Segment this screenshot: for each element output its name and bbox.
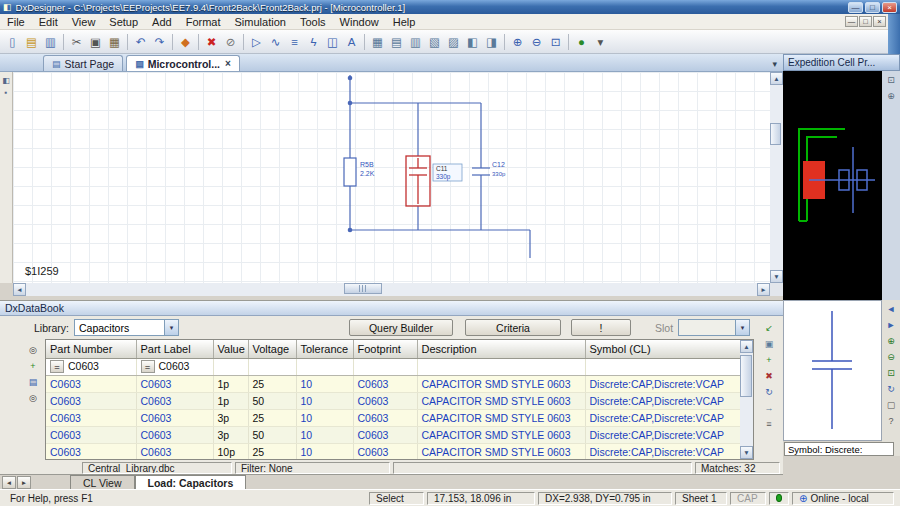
databook-cell[interactable]: C0603	[136, 443, 213, 460]
scrollbar-thumb[interactable]	[344, 283, 382, 294]
databook-cell[interactable]: 1p	[213, 375, 248, 392]
symbol-prev-icon[interactable]: ◄	[884, 302, 898, 316]
mdi-close-button[interactable]: ×	[873, 16, 886, 27]
column-header-part-number[interactable]: Part Number	[46, 340, 136, 358]
databook-cell[interactable]: 10	[296, 375, 353, 392]
menu-edit[interactable]: Edit	[32, 16, 65, 28]
redo-icon[interactable]: ↷	[150, 32, 169, 51]
databook-cell[interactable]: C0603	[136, 375, 213, 392]
menu-simulation[interactable]: Simulation	[228, 16, 293, 28]
databook-cell[interactable]: 10	[296, 409, 353, 426]
databook-cell[interactable]: 25	[248, 443, 296, 460]
align-top-icon[interactable]: ▥	[406, 32, 425, 51]
databook-cell[interactable]: CAPACITOR SMD STYLE 0603	[417, 443, 585, 460]
chevron-down-icon[interactable]: ▾	[164, 320, 178, 335]
find-again-icon[interactable]: ◎	[26, 391, 40, 405]
scrollbar-thumb[interactable]	[740, 355, 752, 397]
scroll-up-icon[interactable]: ▲	[770, 72, 783, 85]
databook-cell[interactable]: CAPACITOR SMD STYLE 0603	[417, 426, 585, 443]
databook-cell[interactable]: 10	[296, 426, 353, 443]
filter-cell[interactable]	[417, 358, 585, 375]
tab-cl-view[interactable]: CL View	[70, 475, 135, 489]
zoom-in-icon[interactable]: ⊕	[508, 32, 527, 51]
filter-cell[interactable]: =C0603	[136, 358, 213, 375]
databook-options-icon[interactable]: ≡	[762, 417, 776, 431]
symbol-fit-icon[interactable]: ⊡	[884, 366, 898, 380]
databook-cell[interactable]: C0603	[46, 426, 136, 443]
column-header-symbol-cl-[interactable]: Symbol (CL)	[585, 340, 740, 358]
scrollbar-track[interactable]	[26, 283, 757, 296]
navigator-tab-icon[interactable]: ◧	[1, 74, 12, 86]
menu-add[interactable]: Add	[145, 16, 179, 28]
scrollbar-thumb[interactable]	[770, 123, 781, 145]
filter-cell[interactable]	[213, 358, 248, 375]
add-wire-icon[interactable]: ∿	[266, 32, 285, 51]
align-left-icon[interactable]: ▤	[387, 32, 406, 51]
databook-cell[interactable]: C0603	[46, 375, 136, 392]
mirror-icon[interactable]: ◧	[463, 32, 482, 51]
databook-cell[interactable]: C0603	[353, 443, 417, 460]
column-header-footprint[interactable]: Footprint	[353, 340, 417, 358]
databook-cell[interactable]: 10p	[213, 443, 248, 460]
menu-window[interactable]: Window	[333, 16, 386, 28]
library-dropdown[interactable]: Capacitors ▾	[74, 319, 179, 336]
databook-cell[interactable]: Discrete:CAP,Discrete:VCAP	[585, 426, 740, 443]
symbol-help-icon[interactable]: ?	[884, 414, 898, 428]
databook-cell[interactable]: C0603	[46, 443, 136, 460]
scroll-down-icon[interactable]: ▼	[770, 270, 783, 283]
databook-cell[interactable]: 3p	[213, 409, 248, 426]
databook-row[interactable]: C0603C06031p5010C0603CAPACITOR SMD STYLE…	[46, 392, 740, 409]
distribute-h-icon[interactable]: ▧	[425, 32, 444, 51]
menu-help[interactable]: Help	[386, 16, 423, 28]
close-icon[interactable]: ×	[225, 58, 231, 69]
menu-view[interactable]: View	[65, 16, 103, 28]
status-sheet[interactable]: Sheet 1	[675, 492, 727, 505]
databook-cell[interactable]: C0603	[136, 392, 213, 409]
place-symbol-icon[interactable]: +	[26, 359, 40, 373]
databook-row[interactable]: C0603C06031p2510C0603CAPACITOR SMD STYLE…	[46, 375, 740, 392]
new-icon[interactable]: ▯	[3, 32, 22, 51]
copy-properties-icon[interactable]: ▣	[762, 337, 776, 351]
rotate-icon[interactable]: ◨	[482, 32, 501, 51]
add-bus-icon[interactable]: ≡	[285, 32, 304, 51]
symbol-preview-canvas[interactable]	[783, 300, 882, 441]
symbol-next-icon[interactable]: ►	[884, 318, 898, 332]
databook-cell[interactable]: 25	[248, 409, 296, 426]
pin-icon[interactable]: ▪	[1, 86, 12, 98]
grid-icon[interactable]: ▦	[368, 32, 387, 51]
find-part-icon[interactable]: ◎	[26, 343, 40, 357]
databook-cell[interactable]: Discrete:CAP,Discrete:VCAP	[585, 392, 740, 409]
tab-scroll-right-icon[interactable]: ►	[17, 476, 31, 489]
filter-cell[interactable]	[585, 358, 740, 375]
select-mode-icon[interactable]: ▷	[247, 32, 266, 51]
resistor-r5b[interactable]	[344, 158, 356, 186]
distribute-v-icon[interactable]: ▨	[444, 32, 463, 51]
databook-row[interactable]: C0603C06033p2510C0603CAPACITOR SMD STYLE…	[46, 409, 740, 426]
online-drc-icon[interactable]: ●	[572, 32, 591, 51]
databook-cell[interactable]: C0603	[136, 426, 213, 443]
open-icon[interactable]: ▤	[22, 32, 41, 51]
capacitor-c11-selected[interactable]	[406, 156, 430, 206]
scroll-up-icon[interactable]: ▲	[740, 340, 753, 353]
criteria-button[interactable]: Criteria	[465, 319, 561, 336]
databook-cell[interactable]: C0603	[353, 375, 417, 392]
databook-row[interactable]: C0603C06033p5010C0603CAPACITOR SMD STYLE…	[46, 426, 740, 443]
filter-cell[interactable]	[248, 358, 296, 375]
filter-cell[interactable]	[353, 358, 417, 375]
column-header-part-label[interactable]: Part Label	[136, 340, 213, 358]
databook-cell[interactable]: 50	[248, 426, 296, 443]
databook-cell[interactable]: CAPACITOR SMD STYLE 0603	[417, 409, 585, 426]
databook-cell[interactable]: Discrete:CAP,Discrete:VCAP	[585, 375, 740, 392]
databook-cell[interactable]: Discrete:CAP,Discrete:VCAP	[585, 409, 740, 426]
titlebar[interactable]: ◧ DxDesigner - C:\Projects\EEProjects\EE…	[0, 0, 900, 14]
restore-button[interactable]: □	[865, 2, 880, 13]
apply-part-icon[interactable]: ↙	[762, 321, 776, 335]
mdi-restore-button[interactable]: □	[859, 16, 872, 27]
add-text-icon[interactable]: A	[342, 32, 361, 51]
scrollbar-track[interactable]	[740, 353, 753, 446]
tab-microcontrol-[interactable]: ▤Microcontrol...×	[126, 55, 240, 71]
minimize-button[interactable]: —	[848, 2, 863, 13]
scroll-down-icon[interactable]: ▼	[740, 446, 753, 459]
add-part-icon[interactable]: ◫	[323, 32, 342, 51]
databook-titlebar[interactable]: DxDataBook	[0, 301, 783, 316]
